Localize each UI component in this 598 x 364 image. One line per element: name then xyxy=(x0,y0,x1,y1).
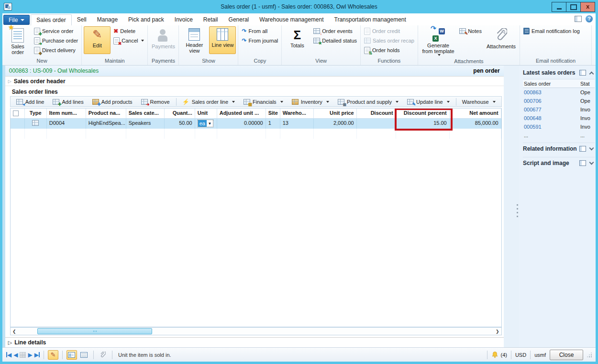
from-journal-button[interactable]: From journal xyxy=(240,36,279,45)
last-record-button[interactable]: ▶ xyxy=(34,352,40,358)
expand-chevron-icon[interactable] xyxy=(589,146,594,151)
minimize-button[interactable] xyxy=(552,2,566,12)
currency-indicator[interactable]: USD xyxy=(515,352,526,358)
remove-button[interactable]: ➜Remove xyxy=(137,97,174,106)
latest-sales-orders-header[interactable]: Latest sales orders xyxy=(523,67,595,78)
tab-retail[interactable]: Retail xyxy=(198,14,223,25)
cell-product-name[interactable]: HighEndSpea... xyxy=(86,119,126,129)
line-view-button[interactable]: Line view xyxy=(209,26,236,54)
warehouse-menu[interactable]: Warehouse xyxy=(458,97,499,106)
expand-chevron-icon[interactable] xyxy=(589,160,594,165)
email-notification-log-button[interactable]: Email notification log xyxy=(522,27,581,35)
cell-item-number[interactable]: D0004 xyxy=(47,119,86,129)
col-quantity[interactable]: Quant... xyxy=(165,109,195,118)
detailed-status-button[interactable]: ★Detailed status xyxy=(312,36,358,45)
layout-icon[interactable] xyxy=(575,16,582,22)
close-window-button[interactable] xyxy=(580,2,595,12)
order-link[interactable]: 000591 xyxy=(524,124,542,130)
pane-icon[interactable] xyxy=(579,146,586,152)
tab-manage[interactable]: Manage xyxy=(92,14,123,25)
order-holds-button[interactable]: ⇅Order holds xyxy=(363,46,416,55)
attachments-status-button[interactable] xyxy=(98,350,108,360)
order-link[interactable]: 000648 xyxy=(524,115,542,121)
tab-transportation-management[interactable]: Transportation management xyxy=(329,14,411,25)
notes-button[interactable]: ✎Notes xyxy=(458,27,483,35)
grid-view-toggle[interactable] xyxy=(79,350,89,360)
unit-dropdown[interactable]: ea▼ xyxy=(198,120,213,127)
order-link[interactable]: 000863 xyxy=(524,89,542,95)
cell-sales-category[interactable]: Speakers xyxy=(126,119,165,129)
order-events-button[interactable]: ↓Order events xyxy=(312,27,358,35)
delete-button[interactable]: Delete xyxy=(112,27,145,35)
col-discount[interactable]: Discount xyxy=(357,109,396,118)
col-discount-percent[interactable]: Discount percent xyxy=(396,109,450,118)
col-site[interactable]: Site xyxy=(266,109,280,118)
add-line-button[interactable]: ◂Add line xyxy=(12,97,48,106)
edit-mode-toggle[interactable] xyxy=(48,350,58,360)
tab-invoice[interactable]: Invoice xyxy=(169,14,198,25)
cell-quantity[interactable]: 50.00 xyxy=(165,119,195,129)
cell-adjusted-unit[interactable]: 0.00000 xyxy=(217,119,266,129)
sales-order-line-menu[interactable]: Sales order line xyxy=(178,97,239,106)
pane-icon[interactable] xyxy=(579,70,586,76)
cell-discount[interactable] xyxy=(357,119,396,129)
next-record-button[interactable]: ▶ xyxy=(28,352,32,358)
col-unit[interactable]: Unit xyxy=(195,109,217,118)
purchase-order-button[interactable]: ➜Purchase order xyxy=(33,36,79,45)
direct-delivery-button[interactable]: ◆Direct delivery xyxy=(33,46,79,55)
file-menu-button[interactable]: File xyxy=(3,15,30,25)
col-adjusted-unit[interactable]: Adjusted unit ... xyxy=(217,109,266,118)
collapse-chevron-icon[interactable] xyxy=(589,71,594,76)
tab-sell[interactable]: Sell xyxy=(72,14,92,25)
col-warehouse[interactable]: Wareho... xyxy=(280,109,314,118)
tab-general[interactable]: General xyxy=(223,14,255,25)
from-all-button[interactable]: From all xyxy=(240,27,279,35)
sales-order-button[interactable]: Sales order xyxy=(4,26,31,57)
scrollbar-thumb[interactable] xyxy=(37,328,152,334)
row-select-cell[interactable] xyxy=(11,119,25,129)
cancel-button[interactable]: ✖Cancel xyxy=(112,36,145,45)
pane-icon[interactable] xyxy=(579,160,586,166)
help-icon[interactable]: ? xyxy=(586,15,593,22)
col-item-number[interactable]: Item num... xyxy=(47,109,86,118)
order-link[interactable]: 000677 xyxy=(524,107,542,112)
scroll-left-arrow[interactable]: ❮ xyxy=(11,329,18,334)
col-sales-category[interactable]: Sales cate... xyxy=(126,109,165,118)
add-lines-button[interactable]: ✚Add lines xyxy=(49,97,87,106)
panel-splitter[interactable] xyxy=(504,66,519,347)
resize-grip[interactable] xyxy=(587,353,592,357)
order-link[interactable]: 000706 xyxy=(524,98,542,104)
edit-button[interactable]: Edit xyxy=(84,26,111,54)
cell-unit-price[interactable]: 2,000.00 xyxy=(314,119,357,129)
notification-count[interactable]: (4) xyxy=(500,352,507,358)
cell-site[interactable]: 1 xyxy=(266,119,280,129)
col-product-name[interactable]: Product na... xyxy=(86,109,126,118)
related-information-header[interactable]: Related information xyxy=(523,143,595,154)
script-and-image-header[interactable]: Script and image xyxy=(523,157,595,168)
col-unit-price[interactable]: Unit price xyxy=(314,109,357,118)
first-record-button[interactable]: ◀ xyxy=(6,352,11,358)
line-details-section[interactable]: Line details xyxy=(5,337,504,347)
tab-sales-order[interactable]: Sales order xyxy=(31,14,71,25)
horizontal-scrollbar[interactable]: ❮ ❯ xyxy=(10,327,502,335)
header-view-button[interactable]: Header view xyxy=(181,26,208,55)
cell-warehouse[interactable]: 13 xyxy=(280,119,314,129)
notification-bell-icon[interactable] xyxy=(491,351,498,358)
generate-from-template-button[interactable]: WX Generate from template xyxy=(420,26,456,58)
inventory-menu[interactable]: Inventory xyxy=(288,97,333,106)
service-order-button[interactable]: ✚Service order xyxy=(33,27,79,35)
totals-button[interactable]: Totals xyxy=(284,26,310,54)
add-products-button[interactable]: ✚Add products xyxy=(89,97,136,106)
tab-warehouse-management[interactable]: Warehouse management xyxy=(254,14,329,25)
maximize-button[interactable] xyxy=(566,2,581,12)
select-all-checkbox[interactable] xyxy=(13,110,19,116)
sales-order-header-section[interactable]: Sales order header xyxy=(5,76,504,86)
tab-pick-and-pack[interactable]: Pick and pack xyxy=(123,14,169,25)
company-indicator[interactable]: usmf xyxy=(534,352,546,358)
col-type[interactable]: Type xyxy=(25,109,47,118)
financials-menu[interactable]: ▦Financials xyxy=(240,97,287,106)
cell-net-amount[interactable]: 85,000.00 xyxy=(450,119,501,129)
form-view-toggle[interactable] xyxy=(66,350,77,360)
close-form-button[interactable]: Close xyxy=(550,350,583,360)
cell-discount-percent[interactable]: 15.00 xyxy=(396,119,450,129)
